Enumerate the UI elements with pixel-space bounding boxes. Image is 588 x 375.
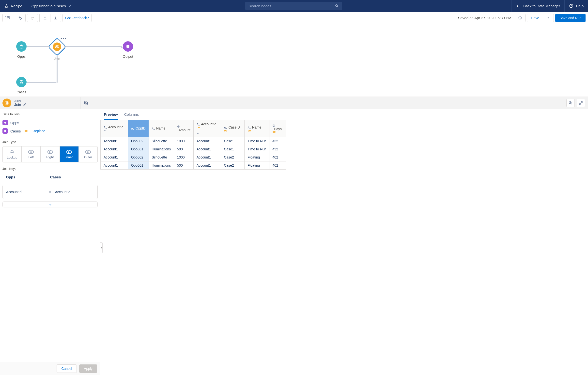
add-key-button[interactable]: + — [2, 202, 98, 207]
tab-columns[interactable]: Columns — [124, 112, 139, 120]
add-node-button[interactable] — [2, 14, 13, 22]
table-cell[interactable]: 500 — [174, 145, 193, 153]
table-cell[interactable]: Floating — [245, 161, 269, 170]
pencil-icon[interactable] — [23, 103, 26, 106]
cancel-button[interactable]: Cancel — [57, 364, 77, 373]
ds-label: Opps — [10, 121, 19, 125]
save-button[interactable]: Save — [527, 14, 543, 22]
table-row[interactable]: Account1Opp002Silhouette1000Account1Case… — [101, 137, 286, 145]
node-cases[interactable]: Cases — [16, 77, 27, 94]
table-row[interactable]: Account1Opp002Silhouette1000Account1Case… — [101, 153, 286, 161]
join-type-right[interactable]: Right — [41, 146, 60, 162]
hexagon-icon — [2, 128, 8, 134]
table-cell[interactable]: Account1 — [101, 137, 128, 145]
tab-preview[interactable]: Preview — [104, 112, 118, 120]
link-icon — [224, 130, 241, 132]
column-header[interactable]: AaName — [245, 120, 269, 137]
save-dropdown[interactable] — [543, 14, 554, 22]
link-icon — [24, 130, 28, 132]
table-cell[interactable]: Account1 — [101, 153, 128, 161]
table-cell[interactable]: Time to Run — [245, 145, 269, 153]
join-key-row[interactable]: AccountId = AccountId — [2, 185, 98, 199]
table-cell[interactable]: 1000 — [174, 153, 193, 161]
download-button[interactable] — [50, 14, 61, 22]
jt-label: Lookup — [7, 156, 17, 159]
column-header[interactable]: AaCaseID — [221, 120, 245, 137]
table-cell[interactable]: Opp002 — [128, 153, 149, 161]
upload-button[interactable] — [39, 14, 50, 22]
svg-point-12 — [26, 130, 27, 132]
table-cell[interactable]: Silhouette — [149, 137, 174, 145]
zoom-button[interactable] — [566, 99, 575, 107]
table-cell[interactable]: Account1 — [193, 153, 221, 161]
table-cell[interactable]: Case1 — [221, 145, 245, 153]
table-cell[interactable]: Illuminations — [149, 161, 174, 170]
node-label: Cases — [16, 90, 26, 94]
table-cell[interactable]: 432 — [269, 137, 286, 145]
pencil-icon[interactable] — [68, 4, 72, 8]
table-cell[interactable]: Opp001 — [128, 161, 149, 170]
column-header[interactable]: Amount — [174, 120, 193, 137]
back-to-data-manager[interactable]: Back to Data Manager — [516, 4, 560, 8]
column-header[interactable]: AaAccountId — [193, 120, 221, 137]
table-cell[interactable]: 432 — [269, 145, 286, 153]
table-cell[interactable]: Opp001 — [128, 145, 149, 153]
feedback-button[interactable]: Got Feedback? — [62, 14, 92, 22]
join-type-left[interactable]: Left — [22, 146, 41, 162]
table-cell[interactable]: Case1 — [221, 137, 245, 145]
table-cell[interactable]: Account1 — [193, 137, 221, 145]
jk-source-a: Opps — [6, 175, 50, 179]
table-cell[interactable]: Opp002 — [128, 137, 149, 145]
edge — [27, 46, 52, 47]
table-cell[interactable]: Account1 — [101, 161, 128, 170]
table-cell[interactable]: 402 — [269, 153, 286, 161]
node-output[interactable]: Output — [123, 41, 133, 58]
datasource-cases[interactable]: Cases Replace — [2, 127, 98, 135]
table-cell[interactable]: Silhouette — [149, 153, 174, 161]
join-type-inner[interactable]: Inner — [60, 146, 79, 162]
svg-point-0 — [336, 5, 338, 7]
replace-link[interactable]: Replace — [33, 129, 45, 133]
help-link[interactable]: Help — [569, 4, 584, 8]
datasource-opps[interactable]: Opps — [2, 118, 98, 127]
save-and-run-button[interactable]: Save and Run — [555, 14, 586, 22]
join-subtype: JOIN — [14, 100, 26, 102]
search-input[interactable] — [248, 4, 335, 8]
column-header[interactable]: AaAccountId — [101, 120, 128, 137]
node-join[interactable]: Join — [51, 41, 63, 61]
svg-point-22 — [104, 130, 105, 131]
column-header[interactable]: AaName — [149, 120, 174, 137]
more-icon[interactable]: ••• — [61, 36, 67, 42]
table-cell[interactable]: Illuminations — [149, 145, 174, 153]
expand-button[interactable] — [577, 99, 585, 107]
table-row[interactable]: Account1Opp001Illuminations500Account1Ca… — [101, 145, 286, 153]
join-type-outer[interactable]: Outer — [79, 146, 97, 162]
search-box[interactable] — [245, 2, 342, 10]
visibility-toggle[interactable] — [80, 97, 92, 109]
table-cell[interactable]: Account1 — [101, 145, 128, 153]
database-icon — [16, 77, 27, 87]
redo-button[interactable] — [27, 14, 38, 22]
table-cell[interactable]: 1000 — [174, 137, 193, 145]
table-row[interactable]: Account1Opp001Illuminations500Account1Ca… — [101, 161, 286, 170]
table-cell[interactable]: Time to Run — [245, 137, 269, 145]
table-cell[interactable]: Account1 — [193, 161, 221, 170]
svg-point-32 — [273, 131, 274, 133]
type-icon: Aa — [248, 126, 250, 129]
table-cell[interactable]: 402 — [269, 161, 286, 170]
table-cell[interactable]: Case2 — [221, 153, 245, 161]
join-type-lookup[interactable]: Lookup — [3, 146, 22, 162]
table-cell[interactable]: Account1 — [193, 145, 221, 153]
undo-button[interactable] — [15, 14, 26, 22]
preview-table[interactable]: AaAccountIdAaOppIDAaNameAmountAaAccountI… — [100, 120, 286, 170]
node-opps[interactable]: Opps — [16, 41, 27, 58]
column-header[interactable]: Days — [269, 120, 286, 137]
table-cell[interactable]: Case2 — [221, 161, 245, 170]
collapse-handle[interactable]: ◄ — [100, 242, 103, 253]
history-button[interactable] — [515, 14, 526, 22]
apply-button[interactable]: Apply — [79, 364, 97, 373]
column-header[interactable]: AaOppID — [128, 120, 149, 137]
table-cell[interactable]: 500 — [174, 161, 193, 170]
table-cell[interactable]: Floating — [245, 153, 269, 161]
canvas[interactable]: Opps Cases Join ••• Output — [0, 24, 588, 97]
